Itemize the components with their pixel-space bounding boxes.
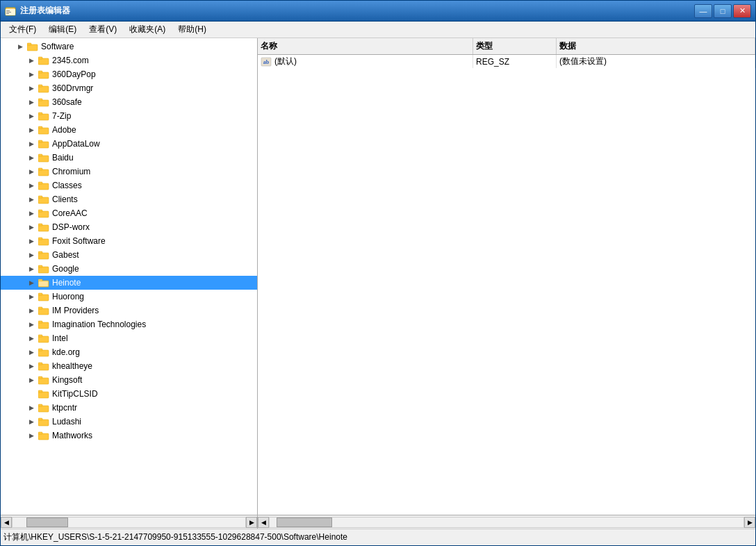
- menu-favorites[interactable]: 收藏夹(A): [124, 22, 171, 37]
- tree-item-ludashi[interactable]: Ludashi: [1, 415, 257, 429]
- tree-item-360safe[interactable]: 360safe: [1, 95, 257, 109]
- tree-item-google[interactable]: Google: [1, 262, 257, 276]
- tree-item-360drvmgr[interactable]: 360Drvmgr: [1, 81, 257, 95]
- close-button[interactable]: ✕: [733, 4, 751, 18]
- expand-icon[interactable]: [26, 430, 37, 441]
- expand-icon[interactable]: [26, 361, 37, 372]
- tree-item-heinote[interactable]: Heinote: [1, 276, 257, 290]
- folder-icon: [38, 83, 49, 93]
- tree-item-mathworks[interactable]: Mathworks: [1, 429, 257, 442]
- hscroll-thumb-left[interactable]: [26, 518, 68, 527]
- tree-item-ktpcntr[interactable]: ktpcntr: [1, 401, 257, 415]
- hscroll-right[interactable]: ◀ ▶: [258, 515, 755, 529]
- tree-item-khealtheye[interactable]: khealtheye: [1, 359, 257, 373]
- tree-item-gabest[interactable]: Gabest: [1, 248, 257, 262]
- expand-icon[interactable]: [26, 416, 37, 427]
- tree-item-360daypop[interactable]: 360DayPop: [1, 67, 257, 81]
- tree-item-baidu[interactable]: Baidu: [1, 151, 257, 165]
- folder-icon: [38, 417, 49, 427]
- minimize-button[interactable]: —: [694, 4, 712, 18]
- expand-icon[interactable]: [26, 208, 37, 219]
- tree-item-clients[interactable]: Clients: [1, 192, 257, 206]
- svg-rect-45: [38, 307, 42, 309]
- expand-icon[interactable]: [26, 263, 37, 274]
- svg-rect-5: [27, 44, 38, 51]
- tree-item-kdeorg[interactable]: kde.org: [1, 345, 257, 359]
- expand-icon[interactable]: [26, 194, 37, 205]
- expand-2345com[interactable]: [26, 55, 37, 66]
- col-header-data[interactable]: 数据: [557, 38, 755, 54]
- tree-item-coreaac[interactable]: CoreAAC: [1, 206, 257, 220]
- tree-label: KitTipCLSID: [51, 389, 98, 399]
- tree-item-2345com[interactable]: 2345.com: [1, 53, 257, 67]
- tree-label: Ludashi: [51, 417, 81, 427]
- menu-file[interactable]: 文件(F): [3, 22, 42, 37]
- expand-icon[interactable]: [26, 235, 37, 247]
- expand-icon[interactable]: [26, 347, 37, 358]
- hscroll-left-btn[interactable]: ◀: [1, 517, 12, 528]
- svg-rect-10: [38, 71, 42, 73]
- menu-view[interactable]: 查看(V): [83, 22, 122, 37]
- expand-icon[interactable]: [26, 305, 37, 316]
- tree-item-dspworx[interactable]: DSP-worx: [1, 220, 257, 234]
- svg-rect-27: [38, 197, 49, 204]
- menu-edit[interactable]: 编辑(E): [43, 22, 82, 37]
- tree-item-foxitsoftware[interactable]: Foxit Software: [1, 234, 257, 248]
- expand-icon[interactable]: [26, 222, 37, 233]
- expand-icon[interactable]: [26, 249, 37, 260]
- tree-item-chromium[interactable]: Chromium: [1, 165, 257, 179]
- expand-icon[interactable]: [26, 402, 37, 413]
- tree-item-imagination[interactable]: Imagination Technologies: [1, 317, 257, 331]
- expand-icon[interactable]: [26, 97, 37, 108]
- tree-item-intel[interactable]: Intel: [1, 331, 257, 345]
- expand-icon[interactable]: [26, 110, 37, 122]
- tree-item-kingsoft[interactable]: Kingsoft: [1, 373, 257, 387]
- hscroll-thumb-right[interactable]: [277, 518, 332, 527]
- expand-icon[interactable]: [26, 277, 37, 288]
- svg-rect-31: [38, 225, 49, 231]
- expand-icon[interactable]: [26, 333, 37, 344]
- tree-item-7zip[interactable]: 7-Zip: [1, 109, 257, 123]
- status-path: 计算机\HKEY_USERS\S-1-5-21-2147709950-91513…: [3, 531, 347, 543]
- hscroll-track-left[interactable]: [12, 517, 246, 528]
- expand-icon[interactable]: [26, 374, 37, 386]
- folder-icon: [38, 167, 49, 176]
- tree-item-appdatalow[interactable]: AppDataLow: [1, 137, 257, 151]
- expand-icon[interactable]: [26, 152, 37, 163]
- maximize-button[interactable]: □: [714, 4, 732, 18]
- expand-icon[interactable]: [26, 319, 37, 330]
- tree-item-huorong[interactable]: Huorong: [1, 290, 257, 304]
- tree-item-adobe[interactable]: Adobe: [1, 123, 257, 137]
- hscroll-right-btn2[interactable]: ▶: [744, 517, 755, 528]
- svg-rect-42: [38, 295, 49, 301]
- hscroll-left[interactable]: ◀ ▶: [1, 515, 258, 529]
- col-header-type[interactable]: 类型: [473, 38, 557, 54]
- table-body[interactable]: ab (默认) REG_SZ (数值未设置): [258, 55, 755, 515]
- value-icon: ab: [261, 56, 272, 67]
- hscroll-left-btn2[interactable]: ◀: [258, 517, 269, 528]
- expand-root[interactable]: [15, 41, 26, 52]
- tree-container[interactable]: Software 2345.com: [1, 38, 257, 515]
- expand-icon[interactable]: [26, 83, 37, 94]
- expand-icon[interactable]: [26, 138, 37, 149]
- tree-label: AppDataLow: [51, 139, 100, 149]
- svg-rect-36: [38, 251, 42, 254]
- tree-item-improviders[interactable]: IM Providers: [1, 304, 257, 317]
- col-header-name[interactable]: 名称: [258, 38, 473, 54]
- expand-icon[interactable]: [26, 69, 37, 80]
- tree-item-root[interactable]: Software: [1, 40, 257, 53]
- expand-icon[interactable]: [26, 291, 37, 302]
- expand-icon[interactable]: [26, 180, 37, 191]
- expand-icon[interactable]: [26, 124, 37, 135]
- cell-data: (数值未设置): [557, 55, 755, 68]
- hscroll-right-btn[interactable]: ▶: [246, 517, 257, 528]
- folder-icon: [38, 320, 49, 329]
- tree-item-kittipclsid[interactable]: KitTipCLSID: [1, 387, 257, 401]
- tree-label: Google: [51, 264, 79, 274]
- svg-rect-61: [38, 418, 42, 420]
- menu-help[interactable]: 帮助(H): [172, 22, 212, 37]
- hscroll-track-right[interactable]: [269, 517, 744, 528]
- table-row[interactable]: ab (默认) REG_SZ (数值未设置): [258, 55, 755, 69]
- tree-item-classes[interactable]: Classes: [1, 179, 257, 192]
- expand-icon[interactable]: [26, 166, 37, 177]
